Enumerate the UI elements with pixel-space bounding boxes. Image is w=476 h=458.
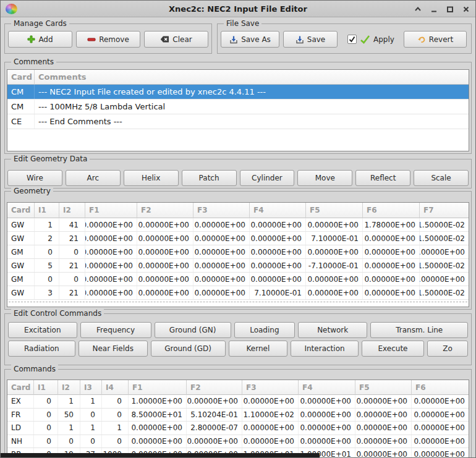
column-header-f2[interactable]: F2: [137, 203, 193, 218]
cell-f6: 0.00000E+00: [363, 245, 420, 258]
cell-f3: 0.00000E+00: [242, 422, 299, 435]
cell-f6: 0.00000E+00: [412, 422, 469, 435]
apply-checkbox[interactable]: [347, 35, 357, 44]
execute-button[interactable]: Execute: [362, 341, 424, 357]
manage-cards-label: Manage Cards: [11, 19, 69, 28]
column-header-f3[interactable]: F3: [242, 380, 299, 395]
maximize-button[interactable]: [445, 4, 454, 14]
cylinder-button[interactable]: Cylinder: [240, 170, 295, 186]
column-header-f7[interactable]: F7: [420, 203, 469, 218]
cell-f1: 0.00000E+00: [85, 218, 137, 231]
table-row[interactable]: CE--- End Comments ---: [7, 114, 469, 129]
table-row[interactable]: FR050008.50000E+015.10204E-011.10000E+02…: [7, 409, 469, 422]
radiation-button[interactable]: Radiation: [8, 341, 75, 357]
loading-button[interactable]: Loading: [234, 322, 295, 338]
cell-f4: 0.00000E+00: [299, 395, 355, 408]
save-button[interactable]: Save: [283, 31, 338, 48]
near-fields-button[interactable]: Near Fields: [79, 341, 148, 357]
column-header-card[interactable]: Card: [7, 380, 34, 395]
ground-gd-button[interactable]: Ground (GD): [151, 341, 226, 357]
cell-f3: 0.00000E+00: [193, 259, 250, 272]
helix-button[interactable]: Helix: [124, 170, 179, 186]
wire-button[interactable]: Wire: [7, 170, 62, 186]
zo-button[interactable]: Zo: [427, 341, 468, 357]
xnec2c-editor-window: Xnec2c: NEC2 Input File Editor Manage Ca…: [0, 0, 476, 458]
cell-f2: 0.00000E+00: [137, 286, 193, 299]
column-header-f6[interactable]: F6: [363, 203, 420, 218]
shade-button[interactable]: [413, 4, 422, 14]
column-header-i4[interactable]: I4: [102, 380, 129, 395]
column-header-f3[interactable]: F3: [193, 203, 250, 218]
column-header-f4[interactable]: F4: [299, 380, 355, 395]
cell-f7: 1.50000E-02: [420, 259, 469, 272]
manage-cards-frame: Manage Cards Add Remove Clear: [4, 23, 212, 54]
scale-button[interactable]: Scale: [414, 170, 469, 186]
table-row[interactable]: GW1410.00000E+000.00000E+000.00000E+000.…: [7, 218, 469, 232]
commands-table: CardI1I2I3I4F1F2F3F4F5F6EX01101.00000E+0…: [7, 380, 469, 458]
table-row[interactable]: GW3210.00000E+000.00000E+000.00000E+007.…: [7, 286, 469, 300]
cell-comments: --- 100MHz 5/8 Lambda Vertical: [35, 100, 469, 114]
move-button[interactable]: Move: [297, 170, 352, 186]
cell-card: LD: [7, 422, 34, 435]
interaction-button[interactable]: Interaction: [291, 341, 359, 357]
patch-button[interactable]: Patch: [182, 170, 237, 186]
column-header-f2[interactable]: F2: [187, 380, 242, 395]
close-icon: [462, 6, 470, 13]
cell-i1: 1: [35, 218, 59, 231]
cell-i2: 41: [59, 218, 85, 231]
column-header-i3[interactable]: I3: [80, 380, 102, 395]
cell-f3: 0.00000E+00: [193, 245, 250, 258]
column-header-comments[interactable]: Comments: [35, 70, 469, 85]
cell-i1: 2: [35, 232, 59, 245]
cell-i1: 0: [34, 395, 58, 408]
kernel-button[interactable]: Kernel: [229, 341, 288, 357]
arc-button[interactable]: Arc: [66, 170, 121, 186]
column-header-f4[interactable]: F4: [250, 203, 306, 218]
save-as-button[interactable]: Save As: [221, 31, 279, 48]
transm-line-button[interactable]: Transm. Line: [370, 322, 468, 338]
chevron-up-icon: [414, 6, 422, 13]
column-header-i2[interactable]: I2: [59, 203, 85, 218]
frequency-button[interactable]: Frequency: [80, 322, 151, 338]
geometry-table: CardI1I2F1F2F3F4F5F6F7GW1410.00000E+000.…: [7, 202, 469, 307]
cell-f2: 0.00000E+00: [137, 259, 193, 272]
cell-f3: 0.00000E+00: [193, 286, 250, 299]
commands-frame: Commands CardI1I2I3I4F1F2F3F4F5F6EX01101…: [4, 369, 472, 458]
table-row[interactable]: CM--- 100MHz 5/8 Lambda Vertical: [7, 100, 469, 114]
column-header-i1[interactable]: I1: [34, 380, 58, 395]
column-header-f1[interactable]: F1: [129, 380, 187, 395]
column-header-card[interactable]: Card: [7, 203, 35, 218]
column-header-f1[interactable]: F1: [85, 203, 137, 218]
table-row[interactable]: GM000.00000E+000.00000E+000.00000E+000.0…: [7, 245, 469, 259]
clear-button[interactable]: Clear: [144, 31, 208, 48]
table-row[interactable]: LD01110.00000E+002.80000E-070.00000E+000…: [7, 422, 469, 435]
minimize-button[interactable]: [429, 4, 438, 14]
column-header-i1[interactable]: I1: [35, 203, 59, 218]
remove-button[interactable]: Remove: [76, 31, 140, 48]
cell-f6: 0.00000E+00: [412, 395, 469, 408]
titlebar[interactable]: Xnec2c: NEC2 Input File Editor: [1, 1, 475, 17]
revert-button[interactable]: Revert: [404, 31, 467, 48]
ground-gn-button[interactable]: Ground (GN): [155, 322, 231, 338]
cell-i2: 1: [58, 395, 80, 408]
table-row[interactable]: CM--- NEC2 Input File created or edited …: [7, 85, 469, 100]
close-button[interactable]: [461, 4, 470, 14]
column-header-f5[interactable]: F5: [306, 203, 363, 218]
geometry-frame: Geometry CardI1I2F1F2F3F4F5F6F7GW1410.00…: [4, 191, 472, 310]
table-row[interactable]: NH00000.00000E+000.00000E+000.00000E+000…: [7, 435, 469, 449]
column-header-f6[interactable]: F6: [412, 380, 469, 395]
cell-card: NH: [7, 435, 34, 448]
table-row[interactable]: EX01101.00000E+000.00000E+000.00000E+000…: [7, 395, 469, 409]
table-row[interactable]: GM000.00000E+000.00000E+000.00000E+000.0…: [7, 273, 469, 286]
column-header-f5[interactable]: F5: [355, 380, 412, 395]
apply-label: Apply: [373, 35, 394, 44]
table-row[interactable]: GW2210.00000E+000.00000E+000.00000E+000.…: [7, 232, 469, 245]
cell-card: GW: [7, 218, 35, 231]
network-button[interactable]: Network: [298, 322, 367, 338]
excitation-button[interactable]: Excitation: [8, 322, 77, 338]
column-header-i2[interactable]: I2: [58, 380, 80, 395]
add-button[interactable]: Add: [8, 31, 72, 48]
reflect-button[interactable]: Reflect: [355, 170, 410, 186]
table-row[interactable]: GW5210.00000E+000.00000E+000.00000E+000.…: [7, 259, 469, 273]
column-header-card[interactable]: Card: [7, 70, 35, 85]
